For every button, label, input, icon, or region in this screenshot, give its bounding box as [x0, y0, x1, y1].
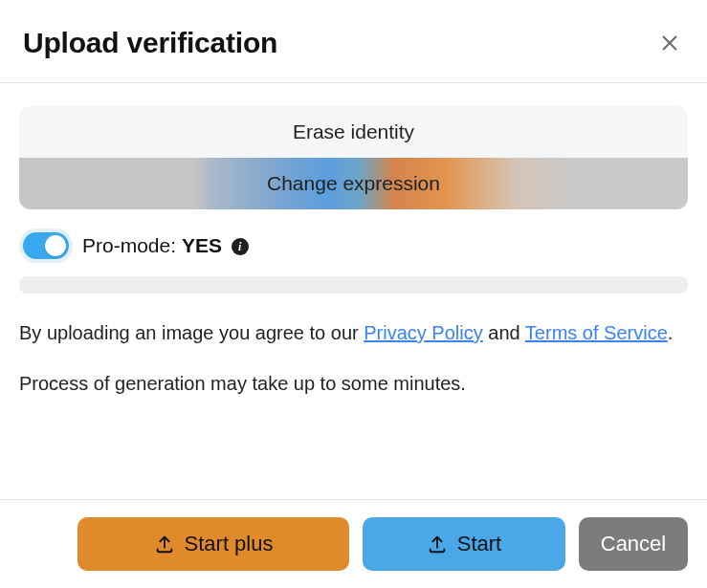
- start-label: Start: [457, 532, 501, 556]
- progress-bar: [19, 276, 688, 294]
- close-button[interactable]: [655, 29, 684, 57]
- close-icon: [659, 33, 680, 54]
- agreement-text: By uploading an image you agree to our P…: [19, 318, 688, 348]
- option-change-label: Change expression: [267, 172, 440, 195]
- dialog-footer: Start plus Start Cancel: [0, 499, 707, 588]
- terms-of-service-link[interactable]: Terms of Service: [525, 322, 668, 343]
- agreement-prefix: By uploading an image you agree to our: [19, 322, 364, 343]
- option-erase-label: Erase identity: [293, 120, 414, 143]
- start-plus-label: Start plus: [185, 532, 274, 556]
- option-erase-identity[interactable]: Erase identity: [19, 106, 688, 158]
- pro-mode-label-text: Pro-mode:: [82, 234, 176, 256]
- upload-icon: [154, 534, 175, 555]
- start-button[interactable]: Start: [363, 517, 565, 571]
- dialog-header: Upload verification: [0, 0, 707, 83]
- option-change-expression[interactable]: Change expression: [19, 158, 688, 209]
- upload-icon: [427, 534, 448, 555]
- agreement-and: and: [483, 322, 525, 343]
- agreement-period: .: [668, 322, 674, 343]
- pro-mode-label: Pro-mode: YES i: [82, 234, 249, 257]
- dialog-title: Upload verification: [23, 27, 277, 59]
- cancel-button[interactable]: Cancel: [579, 517, 688, 571]
- processing-note: Process of generation may take up to som…: [19, 373, 688, 395]
- pro-mode-toggle[interactable]: [23, 232, 69, 259]
- start-plus-button[interactable]: Start plus: [77, 517, 349, 571]
- cancel-label: Cancel: [601, 532, 666, 556]
- mode-options: Erase identity Change expression: [19, 106, 688, 209]
- privacy-policy-link[interactable]: Privacy Policy: [364, 322, 482, 343]
- pro-mode-toggle-wrap: [19, 229, 73, 263]
- pro-mode-state: YES: [182, 234, 222, 256]
- toggle-knob: [45, 235, 66, 256]
- info-icon[interactable]: i: [232, 238, 249, 255]
